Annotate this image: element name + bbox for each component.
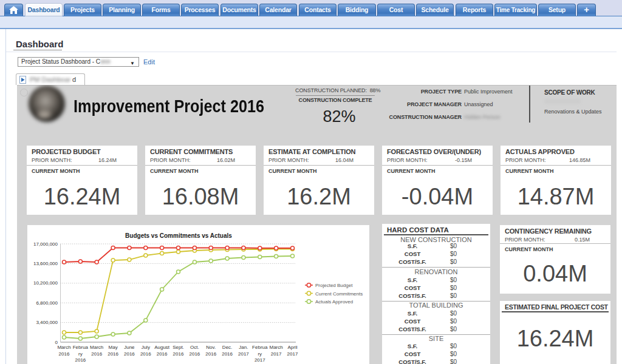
svg-text:ry: ry xyxy=(78,351,83,357)
svg-text:Oct.: Oct. xyxy=(190,345,199,350)
svg-text:2016: 2016 xyxy=(205,351,216,357)
svg-text:2016: 2016 xyxy=(190,351,200,357)
svg-text:13,600,000: 13,600,000 xyxy=(33,261,58,266)
svg-text:May: May xyxy=(109,345,118,350)
svg-text:Sept.: Sept. xyxy=(173,345,184,350)
svg-text:Dec.: Dec. xyxy=(222,345,232,350)
svg-text:2017: 2017 xyxy=(238,351,249,357)
svg-text:10,200,000: 10,200,000 xyxy=(33,280,58,286)
svg-text:2016: 2016 xyxy=(108,351,118,357)
svg-text:2016: 2016 xyxy=(157,351,168,357)
svg-text:2016: 2016 xyxy=(140,351,151,357)
svg-text:March: March xyxy=(90,345,103,350)
svg-text:6,800,000: 6,800,000 xyxy=(36,300,58,306)
svg-text:Budgets vs Commitments vs Actu: Budgets vs Commitments vs Actuals xyxy=(125,232,232,239)
svg-text:17,000,000: 17,000,000 xyxy=(33,241,58,247)
svg-text:April: April xyxy=(287,345,297,350)
svg-text:Nov.: Nov. xyxy=(206,345,216,350)
svg-text:2016: 2016 xyxy=(91,351,102,357)
svg-text:ry: ry xyxy=(258,351,262,357)
svg-text:Current Commitments: Current Commitments xyxy=(315,291,363,297)
svg-text:Februa: Februa xyxy=(73,345,89,350)
svg-text:Februa: Februa xyxy=(252,345,268,350)
svg-text:June: June xyxy=(124,345,135,350)
svg-text:July: July xyxy=(142,345,150,350)
svg-text:2016: 2016 xyxy=(75,357,86,363)
svg-text:Jan.: Jan. xyxy=(239,345,248,350)
svg-text:2017: 2017 xyxy=(287,351,298,357)
svg-text:Projected Budget: Projected Budget xyxy=(315,283,353,288)
svg-text:March: March xyxy=(269,345,282,350)
svg-text:3,400,000: 3,400,000 xyxy=(36,320,58,325)
svg-text:2016: 2016 xyxy=(173,351,184,357)
svg-text:Actuals Approved: Actuals Approved xyxy=(315,299,353,305)
svg-text:2017: 2017 xyxy=(255,357,265,363)
svg-text:2017: 2017 xyxy=(271,351,282,357)
svg-text:2016: 2016 xyxy=(222,351,233,357)
svg-text:2016: 2016 xyxy=(124,351,135,357)
svg-text:March: March xyxy=(57,345,70,350)
svg-text:2016: 2016 xyxy=(59,351,70,357)
svg-text:August: August xyxy=(154,345,170,350)
